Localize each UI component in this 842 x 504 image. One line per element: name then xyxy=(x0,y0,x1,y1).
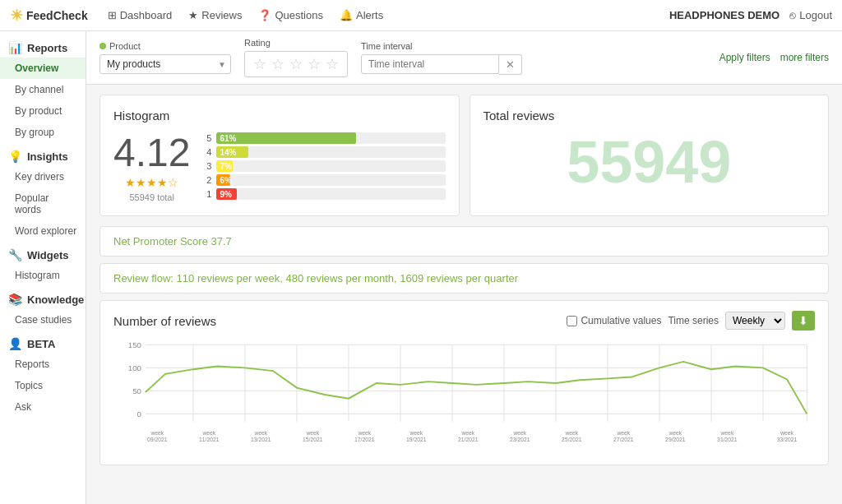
filters-bar: Product My products ▼ Rating ☆ ☆ ☆ ☆ xyxy=(86,31,842,85)
time-interval-input[interactable] xyxy=(361,54,499,74)
bar-row-3: 3 7% xyxy=(203,160,445,172)
sidebar-item-reports-beta[interactable]: Reports xyxy=(0,354,86,375)
svg-text:33/2021: 33/2021 xyxy=(777,437,798,442)
sidebar-item-by-group[interactable]: By group xyxy=(0,122,86,143)
chart-header: Number of reviews Cumulative values Time… xyxy=(113,311,815,331)
nav-alerts[interactable]: 🔔 Alerts xyxy=(340,9,383,21)
star-1[interactable]: ☆ xyxy=(253,55,266,73)
brand: ☀ FeedCheck xyxy=(10,7,88,25)
rating-filter-group: Rating ☆ ☆ ☆ ☆ ☆ xyxy=(244,38,348,77)
bar-outer-1: 9% xyxy=(216,188,445,200)
svg-text:week: week xyxy=(201,431,216,437)
sidebar-item-word-explorer[interactable]: Word explorer xyxy=(0,220,86,242)
product-filter-group: Product My products ▼ xyxy=(99,41,231,74)
sidebar-item-ask[interactable]: Ask xyxy=(0,396,86,418)
sidebar-item-by-channel[interactable]: By channel xyxy=(0,79,86,100)
nav-reviews[interactable]: ★ Reviews xyxy=(188,9,242,21)
svg-text:week: week xyxy=(409,431,423,437)
svg-text:0: 0 xyxy=(137,409,141,418)
demo-label: HEADPHONES DEMO xyxy=(669,9,780,21)
insights-label: Insights xyxy=(27,150,68,163)
time-clear-button[interactable]: ✕ xyxy=(499,54,522,75)
bar-inner-5: 61% xyxy=(216,132,356,144)
sidebar-section-insights: 💡 Insights xyxy=(0,143,86,166)
svg-text:31/2021: 31/2021 xyxy=(717,437,738,442)
sidebar-item-key-drivers[interactable]: Key drivers xyxy=(0,166,86,187)
star-4[interactable]: ☆ xyxy=(308,55,321,73)
svg-text:25/2021: 25/2021 xyxy=(562,437,582,442)
svg-text:19/2021: 19/2021 xyxy=(406,437,427,442)
product-filter-label: Product xyxy=(99,41,231,51)
sidebar-section-widgets: 🔧 Widgets xyxy=(0,242,86,265)
apply-filters-button[interactable]: Apply filters xyxy=(719,52,770,63)
histogram-total: 55949 total xyxy=(113,192,190,202)
bar-inner-1: 9% xyxy=(216,188,237,200)
svg-text:week: week xyxy=(668,431,682,437)
rating-stars-box: ☆ ☆ ☆ ☆ ☆ xyxy=(244,51,348,77)
rating-filter-label: Rating xyxy=(244,38,348,48)
sidebar-section-reports: 📊 Reports xyxy=(0,35,86,58)
bar-inner-2: 6% xyxy=(216,174,230,186)
star-2[interactable]: ☆ xyxy=(271,55,285,73)
bar-pct-4: 14% xyxy=(220,148,236,157)
cards-row: Histogram 4.12 ★★★★☆ 55949 total 5 61% 4 xyxy=(86,85,842,226)
sidebar-item-histogram[interactable]: Histogram xyxy=(0,265,86,286)
filters-actions: Apply filters more filters xyxy=(719,52,829,63)
period-select[interactable]: DailyWeeklyMonthly xyxy=(725,312,785,330)
sidebar-item-popular-words[interactable]: Popular words xyxy=(0,187,86,220)
cumulative-checkbox[interactable] xyxy=(567,316,577,326)
download-button[interactable]: ⬇ xyxy=(792,311,815,331)
bar-label-5: 5 xyxy=(203,133,211,143)
svg-text:week: week xyxy=(719,431,734,437)
time-filter-label: Time interval xyxy=(361,41,522,51)
time-series-label[interactable]: Time series xyxy=(668,315,719,326)
svg-text:week: week xyxy=(253,431,268,437)
chart-title: Number of reviews xyxy=(113,314,216,328)
svg-text:17/2021: 17/2021 xyxy=(354,437,375,442)
svg-text:21/2021: 21/2021 xyxy=(458,437,479,442)
star-3[interactable]: ☆ xyxy=(289,55,303,73)
bar-outer-4: 14% xyxy=(216,146,445,158)
bar-outer-2: 6% xyxy=(216,174,445,186)
review-flow-bar: Review flow: 110 reviews per week, 480 r… xyxy=(99,263,829,294)
svg-text:week: week xyxy=(780,431,794,437)
chart-section: Number of reviews Cumulative values Time… xyxy=(99,300,829,465)
bar-inner-3: 7% xyxy=(216,160,232,172)
bar-row-5: 5 61% xyxy=(203,132,445,144)
sidebar-item-by-product[interactable]: By product xyxy=(0,100,86,122)
bar-outer-3: 7% xyxy=(216,160,445,172)
bar-row-2: 2 6% xyxy=(203,174,445,186)
beta-label: BETA xyxy=(27,338,55,350)
cumulative-label[interactable]: Cumulative values xyxy=(567,315,661,326)
sidebar-section-knowledge: 📚 Knowledge xyxy=(0,286,86,309)
svg-text:11/2021: 11/2021 xyxy=(199,437,220,442)
bar-label-4: 4 xyxy=(203,147,211,157)
svg-text:100: 100 xyxy=(128,363,141,372)
brand-name: FeedCheck xyxy=(26,9,88,22)
bar-outer-5: 61% xyxy=(216,132,445,144)
sidebar: 📊 Reports Overview By channel By product… xyxy=(0,31,86,504)
time-interval-wrap: ✕ xyxy=(361,54,522,75)
sidebar-item-overview[interactable]: Overview xyxy=(0,58,86,79)
main-layout: 📊 Reports Overview By channel By product… xyxy=(0,31,842,504)
sidebar-item-topics[interactable]: Topics xyxy=(0,375,86,396)
svg-text:week: week xyxy=(460,431,475,437)
bar-label-1: 1 xyxy=(203,189,211,199)
nps-bar: Net Promoter Score 37.7 xyxy=(99,226,829,257)
svg-text:week: week xyxy=(357,431,372,437)
logout-button[interactable]: ⎋ Logout xyxy=(789,9,832,21)
sidebar-item-case-studies[interactable]: Case studies xyxy=(0,309,86,331)
bar-inner-4: 14% xyxy=(216,146,248,158)
bar-label-2: 2 xyxy=(203,175,211,185)
sidebar-section-beta: 👤 BETA xyxy=(0,331,86,354)
more-filters-button[interactable]: more filters xyxy=(780,52,829,63)
product-select[interactable]: My products xyxy=(99,54,231,74)
topnav: ☀ FeedCheck ⊞ Dashboard ★ Reviews ❓ Ques… xyxy=(0,0,842,31)
topnav-right: HEADPHONES DEMO ⎋ Logout xyxy=(669,9,832,21)
total-reviews-card: Total reviews 55949 xyxy=(470,95,830,216)
nav-dashboard[interactable]: ⊞ Dashboard xyxy=(108,9,173,21)
histogram-score-section: 4.12 ★★★★☆ 55949 total xyxy=(113,133,190,202)
widgets-icon: 🔧 xyxy=(8,248,22,261)
nav-questions[interactable]: ❓ Questions xyxy=(258,9,323,21)
star-5[interactable]: ☆ xyxy=(326,55,339,73)
